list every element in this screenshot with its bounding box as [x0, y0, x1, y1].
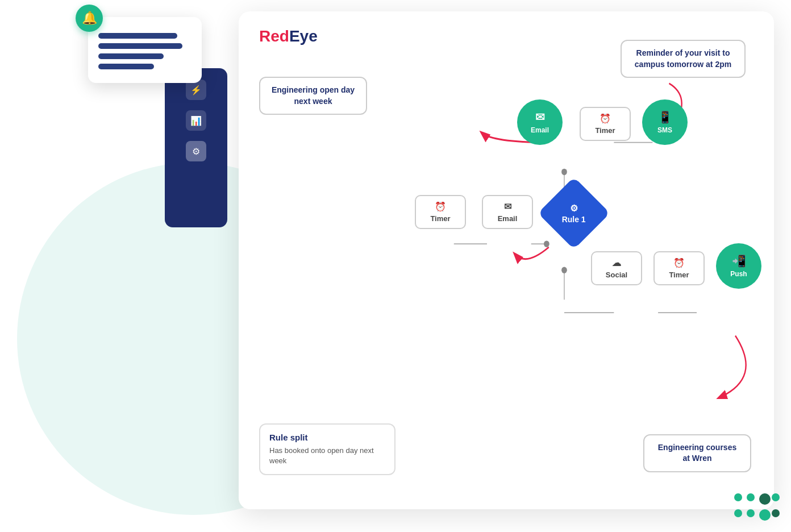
dot-2 — [747, 493, 755, 501]
dot-7 — [759, 509, 771, 521]
notif-line-1 — [98, 33, 177, 39]
reminder-label: Reminder of your visit to campus tomorro… — [621, 40, 746, 78]
email-node-top: ✉ Email — [517, 99, 563, 145]
notif-line-4 — [98, 64, 154, 69]
sidebar-icon-2: 📊 — [186, 110, 206, 131]
rule-split-box: Rule split Has booked onto open day next… — [259, 423, 396, 475]
notif-line-2 — [98, 43, 182, 49]
dot-5 — [734, 509, 742, 517]
social-node: ☁ Social — [591, 251, 642, 285]
sidebar-card: ⚡ 📊 ⚙ — [165, 68, 227, 227]
dot-1 — [734, 493, 742, 501]
notif-line-3 — [98, 53, 164, 59]
sidebar-icon-3: ⚙ — [186, 141, 206, 161]
timer-node-top: ⏰ Timer — [580, 107, 631, 141]
svg-point-9 — [561, 267, 567, 274]
notification-card: 🔔 — [88, 17, 202, 83]
timer-node-bottom: ⏰ Timer — [653, 251, 705, 285]
svg-point-7 — [544, 240, 549, 247]
svg-point-8 — [561, 169, 567, 176]
bell-icon: 🔔 — [76, 5, 103, 32]
email-node-mid: ✉ Email — [482, 195, 533, 229]
dot-4 — [772, 493, 780, 501]
push-node: 📲 Push — [716, 243, 761, 289]
redeye-logo: RedEye — [259, 27, 318, 45]
timer-node-mid: ⏰ Timer — [415, 195, 466, 229]
engineering-courses-label: Engineering courses at Wren — [643, 434, 751, 472]
engineering-open-day-label: Engineering open day next week — [259, 77, 367, 115]
sms-node: 📱 SMS — [642, 99, 688, 145]
dot-3 — [759, 493, 771, 505]
rule1-node: ⚙ Rule 1 — [548, 188, 600, 239]
workflow-diagram: RedEye Reminder of y — [239, 11, 774, 509]
dots-decoration — [734, 493, 780, 521]
dot-6 — [747, 509, 755, 517]
dot-8 — [772, 509, 780, 517]
